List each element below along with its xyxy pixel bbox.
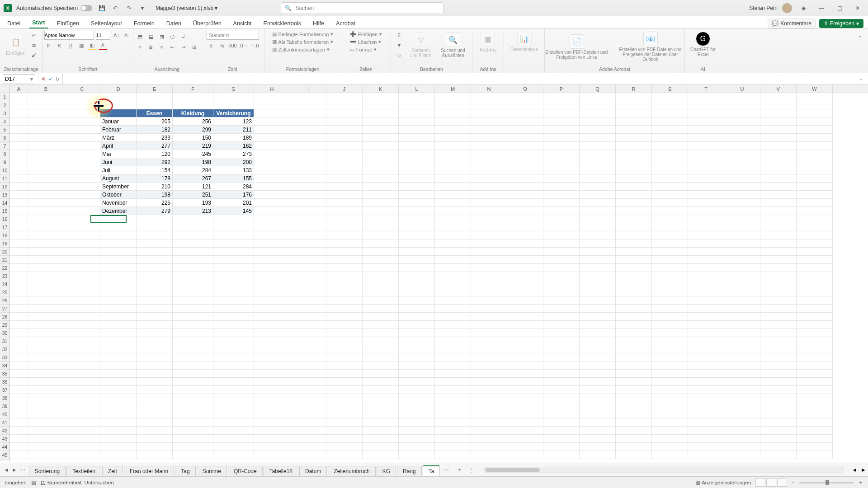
cell-J11[interactable] [326, 174, 363, 183]
cell-O26[interactable] [507, 296, 543, 305]
cell-E34[interactable] [137, 361, 173, 370]
cell-V2[interactable] [760, 101, 797, 109]
cell-O43[interactable] [507, 435, 543, 443]
cell-G41[interactable] [213, 418, 254, 427]
cell-O40[interactable] [507, 410, 543, 418]
cell-U36[interactable] [724, 378, 760, 386]
cell-M42[interactable] [435, 427, 471, 435]
cell-G21[interactable] [213, 256, 254, 264]
cell-F11[interactable]: 267 [173, 174, 213, 183]
cell-R36[interactable] [616, 378, 652, 386]
cell-U12[interactable] [724, 183, 760, 191]
row-header-9[interactable]: 9 [0, 158, 9, 166]
cell-W41[interactable] [797, 418, 833, 427]
cell-U1[interactable] [724, 93, 760, 101]
cell-H26[interactable] [254, 296, 290, 305]
cell-J41[interactable] [326, 418, 363, 427]
cell-P17[interactable] [543, 223, 580, 231]
row-header-19[interactable]: 19 [0, 239, 9, 248]
cell-M6[interactable] [435, 134, 471, 142]
cell-G1[interactable] [213, 93, 254, 101]
cell-H22[interactable] [254, 264, 290, 272]
cell-K33[interactable] [363, 353, 399, 361]
chatgpt-button[interactable]: GChatGPT for Excel [688, 31, 718, 58]
cell-I25[interactable] [290, 288, 326, 296]
cell-P11[interactable] [543, 174, 580, 183]
cell-M29[interactable] [435, 321, 471, 329]
cell-Q19[interactable] [580, 239, 616, 248]
cell-Q14[interactable] [580, 199, 616, 207]
cell-W17[interactable] [797, 223, 833, 231]
delete-cells-button[interactable]: ➖ Löschen ▾ [349, 38, 382, 45]
cell-O27[interactable] [507, 305, 543, 313]
cell-L1[interactable] [399, 93, 435, 101]
cell-T16[interactable] [688, 215, 724, 223]
cell-R39[interactable] [616, 402, 652, 410]
cell-O12[interactable] [507, 183, 543, 191]
cell-R21[interactable] [616, 256, 652, 264]
align-middle-icon[interactable]: ⬓ [146, 32, 156, 41]
cell-A13[interactable] [10, 191, 28, 199]
cell-V44[interactable] [760, 443, 797, 451]
cell-H13[interactable] [254, 191, 290, 199]
cell-L34[interactable] [399, 361, 435, 370]
sheet-tab-frau oder mann[interactable]: Frau oder Mann [124, 466, 174, 476]
cell-V43[interactable] [760, 435, 797, 443]
cell-A41[interactable] [10, 418, 28, 427]
cell-N8[interactable] [471, 150, 507, 158]
cell-U13[interactable] [724, 191, 760, 199]
cell-J16[interactable] [326, 215, 363, 223]
cell-U42[interactable] [724, 427, 760, 435]
cell-S38[interactable] [652, 394, 688, 402]
cell-T45[interactable] [688, 451, 724, 459]
diamond-icon[interactable]: ◈ [798, 3, 808, 13]
cell-W1[interactable] [797, 93, 833, 101]
cell-U11[interactable] [724, 174, 760, 183]
cell-G14[interactable]: 201 [213, 199, 254, 207]
cell-R41[interactable] [616, 418, 652, 427]
cell-Q9[interactable] [580, 158, 616, 166]
cell-I40[interactable] [290, 410, 326, 418]
cell-A28[interactable] [10, 313, 28, 321]
cell-C15[interactable] [64, 207, 100, 215]
cell-R13[interactable] [616, 191, 652, 199]
cell-G9[interactable]: 200 [213, 158, 254, 166]
cell-S34[interactable] [652, 361, 688, 370]
sheet-tab-zeilenumbruch[interactable]: Zeilenumbruch [328, 466, 375, 476]
cell-F19[interactable] [173, 239, 213, 248]
cell-U7[interactable] [724, 142, 760, 150]
cell-J44[interactable] [326, 443, 363, 451]
cell-V4[interactable] [760, 117, 797, 126]
wrap-text-icon[interactable]: ↲ [179, 32, 188, 41]
cell-R22[interactable] [616, 264, 652, 272]
cell-N41[interactable] [471, 418, 507, 427]
cell-G45[interactable] [213, 451, 254, 459]
cell-H7[interactable] [254, 142, 290, 150]
cell-C23[interactable] [64, 272, 100, 280]
cell-V8[interactable] [760, 150, 797, 158]
name-box[interactable]: D17▾ [3, 74, 35, 84]
row-header-2[interactable]: 2 [0, 101, 9, 109]
cell-C28[interactable] [64, 313, 100, 321]
cell-T32[interactable] [688, 345, 724, 353]
cell-F7[interactable]: 219 [173, 142, 213, 150]
cell-V40[interactable] [760, 410, 797, 418]
col-header-G[interactable]: G [213, 85, 254, 93]
row-header-15[interactable]: 15 [0, 207, 9, 215]
display-settings-button[interactable]: ▦ Anzeigeeinstellungen [695, 479, 751, 486]
cell-D25[interactable] [100, 288, 137, 296]
copy-icon[interactable]: ⧉ [29, 41, 38, 50]
cell-K11[interactable] [363, 174, 399, 183]
cell-H21[interactable] [254, 256, 290, 264]
cell-Q30[interactable] [580, 329, 616, 337]
cell-T43[interactable] [688, 435, 724, 443]
cell-Q11[interactable] [580, 174, 616, 183]
cell-B25[interactable] [28, 288, 64, 296]
cell-U2[interactable] [724, 101, 760, 109]
cell-I34[interactable] [290, 361, 326, 370]
cell-H24[interactable] [254, 280, 290, 288]
cell-E44[interactable] [137, 443, 173, 451]
cell-L11[interactable] [399, 174, 435, 183]
fx-icon[interactable]: fx [56, 76, 60, 82]
cell-I5[interactable] [290, 126, 326, 134]
